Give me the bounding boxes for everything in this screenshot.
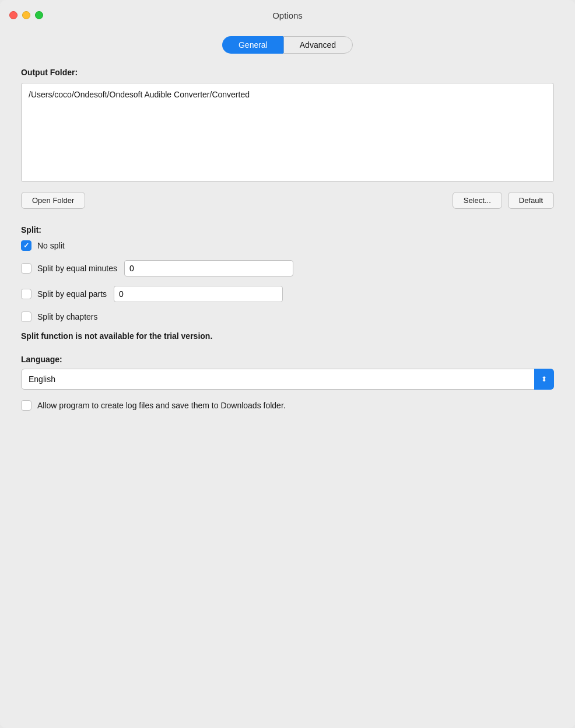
maximize-button[interactable] <box>35 11 43 19</box>
no-split-checkbox-wrapper[interactable]: No split <box>21 240 65 251</box>
window: Options General Advanced Output Folder: … <box>0 0 575 728</box>
language-select[interactable]: English French German Spanish Chinese Ja… <box>21 369 554 390</box>
by-minutes-label: Split by equal minutes <box>37 264 117 273</box>
by-minutes-checkbox[interactable] <box>21 263 31 274</box>
by-chapters-row: Split by chapters <box>21 312 554 322</box>
tab-bar: General Advanced <box>0 30 575 62</box>
right-buttons: Select... Default <box>453 192 554 209</box>
output-folder-section: Output Folder: <box>21 68 554 184</box>
by-parts-input[interactable] <box>114 286 283 302</box>
output-folder-label: Output Folder: <box>21 68 554 77</box>
folder-button-row: Open Folder Select... Default <box>21 192 554 209</box>
split-label: Split: <box>21 225 554 235</box>
language-label: Language: <box>21 355 554 364</box>
by-minutes-input[interactable] <box>124 260 293 276</box>
default-button[interactable]: Default <box>508 192 554 209</box>
tab-general[interactable]: General <box>222 36 284 54</box>
by-chapters-checkbox[interactable] <box>21 312 31 322</box>
output-folder-input[interactable] <box>21 83 554 182</box>
by-minutes-checkbox-wrapper[interactable]: Split by equal minutes <box>21 263 117 274</box>
no-split-checkbox[interactable] <box>21 240 31 251</box>
language-select-wrapper: English French German Spanish Chinese Ja… <box>21 369 554 390</box>
by-parts-row: Split by equal parts <box>21 286 554 302</box>
no-split-label: No split <box>37 241 65 250</box>
split-note: Split function is not available for the … <box>21 331 554 341</box>
traffic-lights <box>9 11 43 19</box>
window-title: Options <box>272 10 303 20</box>
split-section: Split: No split Split by equal minutes <box>21 225 554 341</box>
select-button[interactable]: Select... <box>453 192 502 209</box>
main-content: Output Folder: Open Folder Select... Def… <box>0 62 575 428</box>
no-split-row: No split <box>21 240 554 251</box>
by-chapters-label: Split by chapters <box>37 312 98 321</box>
close-button[interactable] <box>9 11 17 19</box>
log-files-label: Allow program to create log files and sa… <box>37 401 286 410</box>
minimize-button[interactable] <box>22 11 30 19</box>
log-files-row: Allow program to create log files and sa… <box>21 400 554 411</box>
log-files-checkbox-wrapper[interactable]: Allow program to create log files and sa… <box>21 400 286 411</box>
by-chapters-checkbox-wrapper[interactable]: Split by chapters <box>21 312 98 322</box>
by-parts-checkbox-wrapper[interactable]: Split by equal parts <box>21 289 107 299</box>
title-bar: Options <box>0 0 575 30</box>
tab-advanced[interactable]: Advanced <box>283 36 353 54</box>
by-parts-checkbox[interactable] <box>21 289 31 299</box>
open-folder-button[interactable]: Open Folder <box>21 192 85 209</box>
log-files-checkbox[interactable] <box>21 400 31 411</box>
language-section: Language: English French German Spanish … <box>21 355 554 390</box>
by-parts-label: Split by equal parts <box>37 289 107 299</box>
by-minutes-row: Split by equal minutes <box>21 260 554 276</box>
